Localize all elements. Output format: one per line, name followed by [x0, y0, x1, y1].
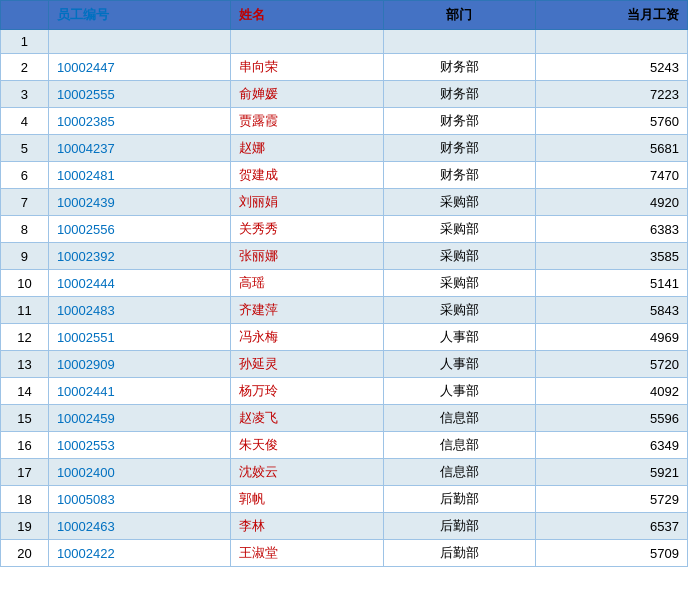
- cell-index: 18: [1, 486, 49, 513]
- table-row: 210002447串向荣财务部5243: [1, 54, 688, 81]
- cell-name: 赵凌飞: [231, 405, 383, 432]
- cell-employee-id: 10002439: [48, 189, 231, 216]
- cell-salary: 5921: [535, 459, 687, 486]
- header-row: 员工编号 姓名 部门 当月工资: [1, 1, 688, 30]
- cell-department: 后勤部: [383, 513, 535, 540]
- employee-table: 员工编号 姓名 部门 当月工资 1210002447串向荣财务部52433100…: [0, 0, 688, 567]
- cell-employee-id: 10002481: [48, 162, 231, 189]
- cell-name: 朱天俊: [231, 432, 383, 459]
- cell-index: 14: [1, 378, 49, 405]
- cell-department: 财务部: [383, 54, 535, 81]
- cell-salary: 4969: [535, 324, 687, 351]
- cell-index: 6: [1, 162, 49, 189]
- table-row: 710002439刘丽娟采购部4920: [1, 189, 688, 216]
- cell-employee-id: 10002422: [48, 540, 231, 567]
- cell-department: 财务部: [383, 81, 535, 108]
- cell-index: 5: [1, 135, 49, 162]
- cell-name: 李林: [231, 513, 383, 540]
- cell-employee-id: 10002556: [48, 216, 231, 243]
- table-row: 1210002551冯永梅人事部4969: [1, 324, 688, 351]
- table-row: 1910002463李林后勤部6537: [1, 513, 688, 540]
- cell-salary: 6383: [535, 216, 687, 243]
- cell-name: [231, 30, 383, 54]
- cell-salary: 6537: [535, 513, 687, 540]
- cell-department: 信息部: [383, 405, 535, 432]
- cell-salary: 5729: [535, 486, 687, 513]
- table-row: 310002555俞婵媛财务部7223: [1, 81, 688, 108]
- cell-department: 后勤部: [383, 486, 535, 513]
- cell-employee-id: 10002459: [48, 405, 231, 432]
- cell-employee-id: 10002385: [48, 108, 231, 135]
- table-row: 1410002441杨万玲人事部4092: [1, 378, 688, 405]
- cell-salary: 7470: [535, 162, 687, 189]
- cell-index: 8: [1, 216, 49, 243]
- table-row: 910002392张丽娜采购部3585: [1, 243, 688, 270]
- cell-employee-id: [48, 30, 231, 54]
- table-row: 1510002459赵凌飞信息部5596: [1, 405, 688, 432]
- cell-index: 12: [1, 324, 49, 351]
- table-row: 1310002909孙延灵人事部5720: [1, 351, 688, 378]
- cell-index: 4: [1, 108, 49, 135]
- table-row: 1710002400沈姣云信息部5921: [1, 459, 688, 486]
- cell-salary: 5709: [535, 540, 687, 567]
- cell-department: 财务部: [383, 162, 535, 189]
- cell-index: 17: [1, 459, 49, 486]
- cell-name: 张丽娜: [231, 243, 383, 270]
- header-salary: 当月工资: [535, 1, 687, 30]
- cell-department: 人事部: [383, 378, 535, 405]
- cell-index: 1: [1, 30, 49, 54]
- cell-index: 16: [1, 432, 49, 459]
- table-row: 1: [1, 30, 688, 54]
- cell-index: 2: [1, 54, 49, 81]
- cell-salary: 5681: [535, 135, 687, 162]
- cell-salary: 5141: [535, 270, 687, 297]
- table-row: 410002385贾露霞财务部5760: [1, 108, 688, 135]
- header-employee-id: 员工编号: [48, 1, 231, 30]
- cell-index: 9: [1, 243, 49, 270]
- cell-name: 俞婵媛: [231, 81, 383, 108]
- cell-name: 关秀秀: [231, 216, 383, 243]
- cell-employee-id: 10004237: [48, 135, 231, 162]
- cell-name: 郭帆: [231, 486, 383, 513]
- cell-salary: 5720: [535, 351, 687, 378]
- cell-employee-id: 10002463: [48, 513, 231, 540]
- cell-department: 采购部: [383, 216, 535, 243]
- cell-name: 贾露霞: [231, 108, 383, 135]
- cell-department: 财务部: [383, 108, 535, 135]
- table-row: 1110002483齐建萍采购部5843: [1, 297, 688, 324]
- cell-employee-id: 10002441: [48, 378, 231, 405]
- cell-index: 20: [1, 540, 49, 567]
- cell-department: 信息部: [383, 432, 535, 459]
- cell-name: 赵娜: [231, 135, 383, 162]
- cell-name: 杨万玲: [231, 378, 383, 405]
- cell-employee-id: 10002553: [48, 432, 231, 459]
- cell-salary: 5596: [535, 405, 687, 432]
- table-row: 510004237赵娜财务部5681: [1, 135, 688, 162]
- cell-department: 后勤部: [383, 540, 535, 567]
- table-body: 1210002447串向荣财务部5243310002555俞婵媛财务部72234…: [1, 30, 688, 567]
- cell-employee-id: 10002909: [48, 351, 231, 378]
- cell-employee-id: 10002400: [48, 459, 231, 486]
- table-row: 610002481贺建成财务部7470: [1, 162, 688, 189]
- cell-salary: 5243: [535, 54, 687, 81]
- cell-department: 采购部: [383, 297, 535, 324]
- cell-name: 王淑堂: [231, 540, 383, 567]
- cell-index: 3: [1, 81, 49, 108]
- cell-salary: 3585: [535, 243, 687, 270]
- cell-salary: 5843: [535, 297, 687, 324]
- cell-department: 财务部: [383, 135, 535, 162]
- cell-salary: 7223: [535, 81, 687, 108]
- cell-index: 11: [1, 297, 49, 324]
- cell-department: 信息部: [383, 459, 535, 486]
- cell-department: 采购部: [383, 189, 535, 216]
- cell-name: 贺建成: [231, 162, 383, 189]
- cell-name: 刘丽娟: [231, 189, 383, 216]
- cell-employee-id: 10002555: [48, 81, 231, 108]
- cell-index: 7: [1, 189, 49, 216]
- cell-salary: 6349: [535, 432, 687, 459]
- cell-employee-id: 10002551: [48, 324, 231, 351]
- cell-name: 孙延灵: [231, 351, 383, 378]
- cell-index: 13: [1, 351, 49, 378]
- cell-salary: [535, 30, 687, 54]
- table-row: 1010002444高瑶采购部5141: [1, 270, 688, 297]
